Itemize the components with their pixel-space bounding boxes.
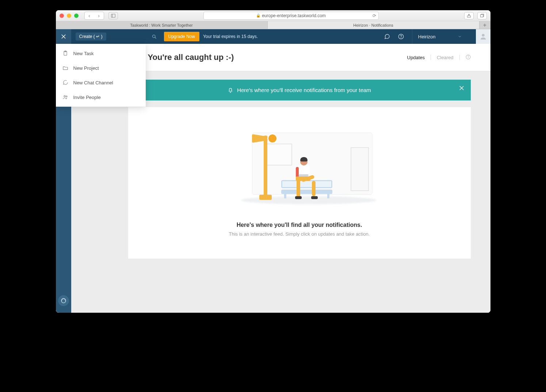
- search-button[interactable]: [150, 34, 159, 39]
- nav-button-group: ‹ ›: [84, 12, 104, 20]
- close-create-button[interactable]: [56, 29, 71, 44]
- empty-title: Here's where you'll find all your notifi…: [143, 222, 456, 228]
- info-icon[interactable]: [466, 54, 471, 61]
- svg-point-14: [64, 95, 65, 97]
- empty-subtitle: This is an interactive feed. Simply clic…: [143, 231, 456, 237]
- trial-text: Your trial expires in 15 days.: [203, 34, 258, 39]
- messages-icon[interactable]: [384, 34, 390, 39]
- svg-point-7: [153, 35, 156, 38]
- chevron-down-icon: [458, 34, 462, 39]
- menu-new-chat-channel[interactable]: New Chat Channel: [56, 75, 146, 90]
- maximize-window-button[interactable]: [74, 14, 79, 18]
- create-button[interactable]: Create ( ↵ ): [76, 33, 106, 41]
- avatar[interactable]: [476, 29, 490, 44]
- empty-illustration: [237, 125, 362, 213]
- svg-point-10: [401, 38, 401, 38]
- sidebar-toggle-button[interactable]: [108, 12, 118, 19]
- people-icon: [62, 94, 68, 100]
- svg-rect-3: [480, 15, 483, 17]
- create-dropdown: New Task New Project New Chat Channel In…: [56, 44, 146, 107]
- clipboard-icon: [62, 50, 68, 56]
- forward-button[interactable]: ›: [94, 12, 104, 19]
- upgrade-button[interactable]: Upgrade Now: [164, 32, 199, 41]
- user-icon: [479, 33, 487, 41]
- minimize-window-button[interactable]: [67, 14, 71, 18]
- reload-button[interactable]: ⟳: [373, 13, 376, 18]
- menu-invite-people[interactable]: Invite People: [56, 90, 146, 104]
- divider: [459, 55, 460, 60]
- close-window-button[interactable]: [60, 14, 64, 18]
- banner-close-button[interactable]: [458, 85, 465, 91]
- svg-point-18: [468, 56, 468, 56]
- lock-icon: 🔒: [256, 14, 260, 18]
- filter-updates[interactable]: Updates: [407, 55, 425, 60]
- close-icon: [60, 33, 67, 40]
- menu-new-task[interactable]: New Task: [56, 46, 146, 61]
- topbar: Create ( ↵ ) Upgrade Now Your trial expi…: [71, 29, 490, 44]
- support-button[interactable]: [58, 295, 69, 306]
- window-controls: [60, 14, 79, 18]
- bell-icon: [228, 87, 233, 93]
- headset-icon: [61, 298, 66, 304]
- empty-state-card: Here's where you'll find all your notifi…: [128, 107, 471, 259]
- help-icon[interactable]: [398, 34, 404, 39]
- url-text: europe-enterprise.taskworld.com: [262, 13, 326, 18]
- back-button[interactable]: ‹: [85, 12, 94, 19]
- share-button[interactable]: [464, 12, 474, 19]
- safari-toolbar: ‹ › 🔒 europe-enterprise.taskworld.com ⟳: [56, 10, 490, 21]
- svg-line-8: [155, 37, 156, 38]
- new-tab-button[interactable]: +: [480, 21, 490, 29]
- app-frame: Create ( ↵ ) Upgrade Now Your trial expi…: [56, 29, 490, 313]
- notification-banner: Here's where you'll receive notification…: [128, 80, 471, 100]
- search-icon: [152, 34, 157, 39]
- address-bar[interactable]: 🔒 europe-enterprise.taskworld.com ⟳: [203, 12, 379, 20]
- svg-rect-0: [111, 14, 115, 17]
- svg-point-11: [482, 34, 484, 37]
- safari-window: ‹ › 🔒 europe-enterprise.taskworld.com ⟳ …: [56, 10, 490, 313]
- chat-icon: [62, 80, 68, 85]
- svg-point-15: [66, 96, 67, 97]
- divider: [431, 55, 431, 60]
- filter-cleared[interactable]: Cleared: [437, 55, 454, 60]
- browser-tabs: Taskworld : Work Smarter Together Heiriz…: [56, 21, 490, 29]
- menu-new-project[interactable]: New Project: [56, 61, 146, 75]
- banner-text: Here's where you'll receive notification…: [237, 87, 371, 93]
- browser-tab[interactable]: Taskworld : Work Smarter Together: [56, 21, 268, 29]
- folder-icon: [62, 65, 68, 71]
- tabs-overview-button[interactable]: [477, 12, 487, 19]
- page-title: You're all caught up :-): [148, 53, 234, 62]
- browser-tab-active[interactable]: Heirizon · Notifications: [268, 21, 480, 29]
- workspace-dropdown[interactable]: Heirizon: [412, 29, 468, 44]
